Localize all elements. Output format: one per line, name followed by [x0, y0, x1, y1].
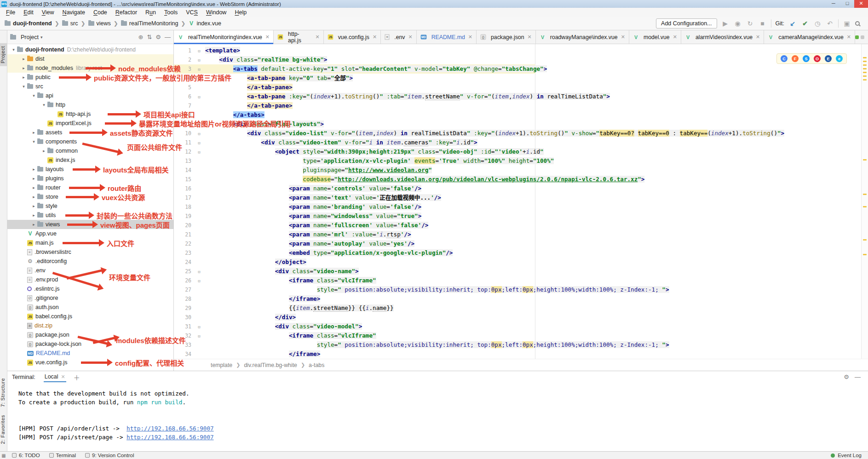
- safari-icon[interactable]: S: [803, 55, 810, 62]
- tree-item-babel.config.js[interactable]: JSbabel.config.js: [7, 312, 173, 321]
- maximize-button[interactable]: □: [840, 0, 854, 8]
- event-log-label[interactable]: Event Log: [838, 453, 862, 458]
- close-icon[interactable]: ✕: [265, 34, 270, 40]
- tree-item-package-lock.json[interactable]: {}package-lock.json: [7, 339, 173, 349]
- tool-window-switcher-icon[interactable]: ▦: [0, 453, 7, 458]
- gear-icon[interactable]: ⚙: [155, 34, 161, 40]
- terminal-output[interactable]: Note that the development build is not o…: [7, 383, 868, 459]
- close-icon[interactable]: ✕: [527, 34, 531, 40]
- tree-item-.env[interactable]: ≡.env环境变量文件: [7, 266, 173, 275]
- close-icon[interactable]: ✕: [621, 34, 625, 40]
- breadcrumb-duoji-frontend[interactable]: duoji-frontend: [5, 20, 52, 27]
- editor-tab-alarmVideos\index.vue[interactable]: ValarmVideos\index.vue✕: [681, 30, 764, 44]
- tool-button-structure[interactable]: 7: Structure: [0, 378, 7, 407]
- git-update-icon[interactable]: ↙: [788, 20, 797, 27]
- menu-run[interactable]: Run: [141, 9, 160, 16]
- add-configuration-button[interactable]: Add Configuration...: [656, 18, 717, 29]
- editor-tab-.env[interactable]: ≡.env✕: [381, 30, 416, 44]
- tree-item-dist.zip[interactable]: ≋dist.zip: [7, 321, 173, 330]
- tree-item-assets[interactable]: ▸assetsassets静态资源文件: [7, 128, 173, 137]
- statusbar-terminal[interactable]: Terminal: [45, 453, 80, 458]
- editor-tab-package.json[interactable]: {}package.json✕: [477, 30, 536, 44]
- close-icon[interactable]: ✕: [315, 34, 319, 40]
- tree-item-package.json[interactable]: {}package.jsonmodules依赖描述文件: [7, 330, 173, 339]
- chevron-down-icon[interactable]: ▾: [40, 35, 43, 40]
- firefox-icon[interactable]: F: [792, 55, 799, 62]
- tree-item-vue.config.js[interactable]: JSvue.config.jsconfig配置、代理相关: [7, 358, 173, 367]
- tree-item-importExcel.js[interactable]: JSimportExcel.js暴露环境变量地址给图片or视频资源路径全局引用: [7, 119, 173, 128]
- collapse-all-icon[interactable]: ⇅: [147, 34, 152, 40]
- close-icon[interactable]: ✕: [847, 34, 851, 40]
- run-coverage-icon[interactable]: ↻: [746, 20, 754, 27]
- menu-view[interactable]: View: [38, 9, 58, 16]
- editor-error-stripe[interactable]: [861, 44, 868, 359]
- gear-icon[interactable]: ⚙: [844, 373, 849, 380]
- tree-item-router[interactable]: ▸routerrouter路由: [7, 183, 173, 192]
- close-icon[interactable]: ✕: [408, 34, 412, 40]
- project-panel-title[interactable]: Project: [21, 34, 39, 40]
- terminal-tab-local[interactable]: Local✕: [44, 372, 66, 382]
- statusbar--version-control[interactable]: 9: Version Control: [80, 453, 138, 458]
- tree-item-.browserslistrc[interactable]: ≡.browserslistrc: [7, 247, 173, 257]
- tree-item-src[interactable]: ▾src: [7, 82, 173, 91]
- tree-item-api[interactable]: ▾api: [7, 91, 173, 100]
- locate-file-icon[interactable]: ⊕: [138, 34, 144, 40]
- tree-item-style[interactable]: ▸style: [7, 201, 173, 211]
- tree-item-duoji-frontend[interactable]: ▾duoji-frontendD:\zheheWeb\duoji-fronten…: [7, 45, 173, 54]
- close-icon[interactable]: ✕: [468, 34, 472, 40]
- tree-item-README.md[interactable]: MDREADME.md: [7, 349, 173, 358]
- history-icon[interactable]: ◷: [813, 20, 822, 27]
- editor-breadcrumb-a-tabs[interactable]: a-tabs: [309, 362, 324, 368]
- stop-icon[interactable]: ■: [759, 20, 767, 27]
- tree-item-plugins[interactable]: ▸plugins: [7, 174, 173, 183]
- menu-vcs[interactable]: VCS: [182, 9, 202, 16]
- menu-code[interactable]: Code: [89, 9, 111, 16]
- edge-icon[interactable]: E: [825, 55, 832, 62]
- statusbar--todo[interactable]: 6: TODO: [7, 453, 45, 458]
- menu-tools[interactable]: Tools: [160, 9, 182, 16]
- editor-tab-http-api.js[interactable]: JShttp-api.js✕: [274, 30, 324, 44]
- editor-tab-cameraManage\index.vue[interactable]: VcameraManage\index.vue✕: [764, 30, 855, 44]
- menu-file[interactable]: File: [2, 9, 19, 16]
- menu-window[interactable]: Window: [202, 9, 230, 16]
- tree-item-layouts[interactable]: ▸layoutslayouts全局布局相关: [7, 165, 173, 174]
- tree-item-store[interactable]: ▸storevuex公共资源: [7, 192, 173, 201]
- tree-item-.env.prod[interactable]: ≡.env.prod: [7, 275, 173, 284]
- menu-refactor[interactable]: Refactor: [111, 9, 141, 16]
- tree-item-dist[interactable]: ▸dist: [7, 54, 173, 63]
- editor-tab-roadwayManage\index.vue[interactable]: VroadwayManage\index.vue✕: [536, 30, 629, 44]
- breadcrumb-views[interactable]: views: [88, 20, 111, 27]
- tree-item-public[interactable]: ▸publicpublic资源文件夹，一般放引用的第三方插件: [7, 73, 173, 82]
- close-icon[interactable]: ✕: [61, 374, 65, 379]
- editor-tab-vue.config.js[interactable]: JSvue.config.js✕: [324, 30, 381, 44]
- git-commit-icon[interactable]: ✔: [801, 20, 809, 27]
- tree-item-common[interactable]: ▸common: [7, 146, 173, 155]
- tree-item-http-api.js[interactable]: JShttp-api.js项目相关api接口: [7, 109, 173, 119]
- tool-button-favorites[interactable]: 2: Favorites: [0, 415, 7, 444]
- close-icon[interactable]: ✕: [673, 34, 677, 40]
- debug-bug-icon[interactable]: ◉: [734, 20, 742, 27]
- tree-item-utils[interactable]: ▸utils封装的一些公共函数方法: [7, 211, 173, 220]
- menu-navigate[interactable]: Navigate: [58, 9, 89, 16]
- chrome-icon[interactable]: C: [781, 55, 788, 62]
- search-everywhere-icon[interactable]: [855, 21, 860, 26]
- tree-item-App.vue[interactable]: VApp.vue: [7, 229, 173, 238]
- breadcrumb-realTimeMonitoring[interactable]: realTimeMonitoring: [121, 20, 178, 27]
- run-anything-icon[interactable]: ▣: [843, 20, 851, 27]
- run-icon[interactable]: ▶: [721, 20, 730, 27]
- editor-breadcrumb-template[interactable]: template: [211, 362, 232, 368]
- tree-item-http[interactable]: ▾http: [7, 100, 173, 109]
- breadcrumb-index.vue[interactable]: Vindex.vue: [188, 20, 221, 27]
- menu-edit[interactable]: Edit: [19, 9, 38, 16]
- close-icon[interactable]: ✕: [373, 34, 377, 40]
- tree-item-views[interactable]: ▸viewsview视图、pages页面: [7, 220, 173, 229]
- tree-item-index.js[interactable]: JSindex.js: [7, 155, 173, 165]
- rollback-icon[interactable]: ↶: [826, 20, 834, 27]
- close-button[interactable]: ✕: [854, 0, 868, 8]
- tree-item-.editorconfig[interactable]: ⚙.editorconfig: [7, 257, 173, 266]
- editor-tab-model.vue[interactable]: Vmodel.vue✕: [629, 30, 681, 44]
- tool-button-project[interactable]: Project: [0, 43, 7, 66]
- editor-tab-realTimeMonitoring\index.vue[interactable]: VrealTimeMonitoring\index.vue✕: [174, 30, 274, 44]
- editor-tab-README.md[interactable]: MDREADME.md✕: [417, 30, 477, 44]
- new-terminal-icon[interactable]: ＋: [74, 373, 80, 382]
